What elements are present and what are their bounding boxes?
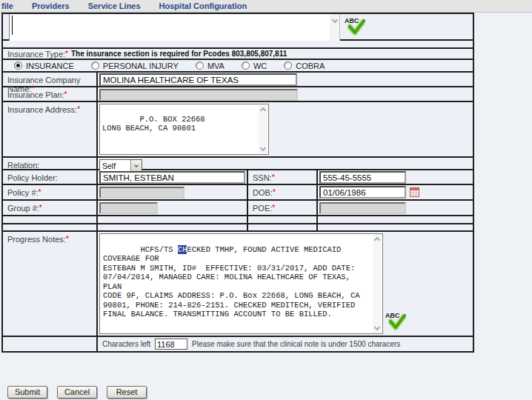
radio-option-insurance: INSURANCE	[14, 61, 74, 70]
insurance-form-table: ABC Insurance Type:* The insurance secti…	[1, 13, 474, 353]
reset-button[interactable]: Reset	[107, 386, 147, 399]
progress-notes-textarea[interactable]: HCFS/TS CHECKED TMHP, FOUND ACTIVE MEDIC…	[99, 233, 383, 334]
scrollbar-down-icon[interactable]	[331, 17, 337, 23]
address-scrollbar[interactable]	[259, 105, 267, 153]
group-number-input	[99, 202, 158, 214]
insurance-type-header-row: Insurance Type:* The insurance section i…	[3, 49, 473, 60]
company-name-row: Insurance Company Name:*	[3, 73, 473, 87]
relation-label: Relation:	[3, 158, 96, 169]
scrollbar-down-icon[interactable]	[260, 145, 266, 151]
group-number-row: Group #:* POE:*	[3, 201, 473, 216]
insurance-section-note: The insurance section is required for Pc…	[71, 50, 287, 58]
green-checkmark-icon	[348, 19, 365, 36]
calendar-icon[interactable]	[410, 187, 419, 199]
scrollbar-up-icon[interactable]	[260, 107, 266, 113]
radio-option-wc: WC	[242, 61, 267, 70]
characters-left-input[interactable]	[155, 339, 187, 350]
cancel-button[interactable]: Cancel	[57, 386, 97, 399]
ssn-label: SSN:*	[247, 170, 316, 184]
menu-item-hospital-configuration[interactable]: Hospital Configuration	[159, 1, 247, 10]
scrollbar-down-icon[interactable]	[374, 324, 380, 330]
top-textarea-scrollbar[interactable]	[330, 14, 339, 41]
relation-row: Relation: Self	[3, 158, 473, 170]
dropdown-arrow-icon[interactable]	[130, 160, 142, 171]
insurance-address-row: Insurance Address:* P.O. BOX 22668 LONG …	[3, 102, 473, 158]
policy-holder-input[interactable]	[99, 171, 245, 184]
top-note-textarea[interactable]	[9, 14, 340, 41]
radio-option-personal-injury: PERSONAL INJURY	[91, 61, 179, 70]
note-text-after: ECKED TMHP, FOUND ACTIVE MEDICAID COVERA…	[103, 245, 360, 319]
radio-mva[interactable]	[196, 61, 204, 70]
policy-number-row: Policy #:* DOB:*	[3, 185, 473, 201]
menu-item-file[interactable]: file	[1, 1, 13, 10]
top-note-row: ABC	[3, 14, 473, 41]
empty-row	[3, 216, 473, 224]
progress-notes-row: Progress Notes:* HCFS/TS CHECKED TMHP, F…	[3, 232, 473, 337]
radio-personal-injury[interactable]	[91, 61, 99, 70]
characters-note: Please make sure that the clinical note …	[192, 340, 400, 348]
radio-option-mva: MVA	[196, 61, 225, 70]
dob-input[interactable]	[319, 186, 406, 199]
menu-item-service-lines[interactable]: Service Lines	[88, 1, 141, 10]
poe-input	[319, 202, 406, 214]
insurance-type-label: Insurance Type:*	[7, 50, 68, 59]
policy-number-input	[99, 187, 184, 199]
policy-holder-label: Policy Holder:	[3, 170, 96, 184]
characters-left-label: Characters left	[102, 340, 150, 348]
insurance-plan-label: Insurance Plan:*	[3, 87, 96, 101]
characters-left-row: Characters left Please make sure that th…	[3, 337, 473, 351]
progress-notes-label: Progress Notes:*	[3, 232, 96, 336]
policy-number-label: Policy #:*	[3, 185, 96, 199]
green-checkmark-icon	[388, 314, 406, 330]
insurance-plan-row: Insurance Plan:*	[3, 87, 473, 102]
company-name-input[interactable]	[99, 73, 297, 86]
note-text-before: HCFS/TS	[140, 245, 177, 254]
scrollbar-up-icon[interactable]	[374, 237, 380, 243]
note-text-highlighted: CH	[178, 245, 187, 254]
submit-button[interactable]: Submit	[7, 386, 47, 399]
empty-row	[3, 41, 473, 49]
insurance-address-label: Insurance Address:*	[3, 102, 96, 156]
dob-label: DOB:*	[247, 185, 316, 199]
notes-scrollbar[interactable]	[373, 235, 382, 333]
poe-label: POE:*	[247, 201, 316, 215]
radio-wc[interactable]	[242, 61, 250, 70]
empty-row	[3, 224, 473, 232]
radio-cobra[interactable]	[284, 61, 292, 70]
menu-bar: file Providers Service Lines Hospital Co…	[0, 0, 532, 13]
group-number-label: Group #:*	[3, 201, 96, 215]
ssn-input[interactable]	[319, 171, 406, 184]
spellcheck-abc-icon[interactable]: ABC	[385, 312, 409, 333]
policy-holder-row: Policy Holder: SSN:*	[3, 170, 473, 185]
radio-insurance[interactable]	[14, 61, 22, 70]
menu-item-providers[interactable]: Providers	[32, 1, 70, 10]
company-name-label: Insurance Company Name:*	[3, 73, 96, 86]
insurance-type-options-row: INSURANCE PERSONAL INJURY MVA WC COBRA	[3, 60, 473, 73]
spellcheck-abc-icon[interactable]: ABC	[345, 17, 368, 38]
insurance-address-textarea[interactable]: P.O. BOX 22668 LONG BEACH, CA 90801	[99, 104, 269, 155]
radio-option-cobra: COBRA	[284, 61, 325, 70]
insurance-plan-input	[99, 89, 298, 101]
text-caret	[12, 16, 13, 35]
